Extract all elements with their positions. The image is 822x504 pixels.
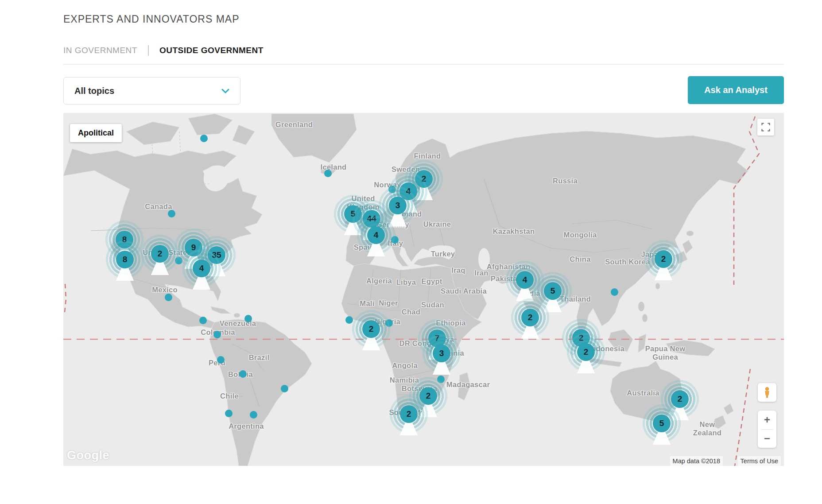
cluster-count: 4	[516, 271, 534, 289]
country-label: Chile	[220, 392, 239, 400]
country-label: Kazakhstan	[493, 227, 535, 236]
cluster-count: 2	[151, 245, 169, 263]
country-label: Brazil	[249, 353, 270, 362]
expert-dot-marker[interactable]	[244, 315, 252, 322]
cluster-marker[interactable]: 2	[509, 296, 551, 339]
cluster-marker[interactable]: 5	[640, 402, 683, 445]
expert-dot-marker[interactable]	[165, 294, 172, 301]
cluster-count: 2	[655, 250, 672, 268]
topic-dropdown[interactable]: All topics	[63, 77, 240, 105]
zoom-in-button[interactable]: +	[758, 411, 776, 429]
country-label: Turkey	[431, 250, 455, 258]
cluster-count: 4	[193, 260, 210, 277]
cluster-count: 4	[367, 226, 385, 244]
country-label: Iceland	[321, 163, 347, 171]
cluster-marker[interactable]: 2	[565, 331, 607, 373]
cluster-marker[interactable]: 2	[350, 308, 392, 350]
google-watermark: Google	[67, 449, 109, 462]
map-owner-badge: Apolitical	[70, 124, 122, 142]
map-canvas: GreenlandIcelandFinlandSwedenNorwayRussi…	[63, 113, 784, 466]
tab-in-government[interactable]: IN GOVERNMENT	[63, 46, 137, 55]
country-label: Australia	[627, 389, 659, 397]
country-label: Angola	[392, 361, 418, 370]
cluster-marker[interactable]: 3	[420, 332, 463, 375]
cluster-marker[interactable]: 4	[355, 214, 397, 256]
topic-dropdown-value: All topics	[74, 86, 114, 96]
cluster-count: 5	[653, 415, 671, 432]
expert-dot-marker[interactable]	[199, 317, 207, 324]
expert-dot-marker[interactable]	[250, 411, 257, 419]
cluster-marker[interactable]: 4	[180, 247, 223, 290]
country-label: Libya	[396, 278, 416, 287]
cluster-count: 3	[433, 345, 450, 362]
expert-dot-marker[interactable]	[213, 331, 221, 338]
zoom-out-button[interactable]: −	[758, 430, 776, 448]
fullscreen-icon	[761, 122, 771, 132]
country-label: Mali	[360, 299, 374, 308]
chevron-down-icon	[221, 89, 229, 93]
country-label: Saudi Arabia	[441, 287, 487, 295]
expert-dot-marker[interactable]	[168, 210, 175, 217]
tabs-underline	[63, 64, 784, 65]
country-label: Russia	[553, 177, 578, 185]
world-map[interactable]: GreenlandIcelandFinlandSwedenNorwayRussi…	[63, 113, 784, 466]
street-view-pegman-button[interactable]	[758, 383, 776, 402]
cluster-count: 8	[116, 251, 134, 268]
expert-dot-marker[interactable]	[225, 410, 233, 417]
country-label: Mongolia	[564, 231, 597, 239]
country-label: Papua New Guinea	[645, 345, 686, 361]
country-label: New Zealand	[693, 420, 721, 437]
tab-divider	[148, 45, 149, 56]
cluster-count: 2	[521, 309, 539, 326]
country-label: Canada	[145, 202, 172, 211]
expert-dot-marker[interactable]	[217, 356, 225, 364]
fullscreen-button[interactable]	[757, 119, 774, 136]
zoom-control: + −	[758, 411, 776, 448]
terms-of-use-link[interactable]: Terms of Use	[738, 456, 781, 466]
tab-outside-government[interactable]: OUTSIDE GOVERNMENT	[159, 46, 264, 55]
country-label: Iraq	[451, 266, 465, 275]
expert-dot-marker[interactable]	[281, 385, 288, 392]
country-label: Greenland	[275, 120, 313, 129]
expert-dot-marker[interactable]	[239, 370, 247, 378]
country-label: Chad	[402, 308, 420, 316]
country-label: China	[570, 255, 590, 264]
country-label: Niger	[379, 299, 398, 307]
cluster-marker[interactable]: 2	[642, 238, 685, 280]
country-label: Ukraine	[423, 220, 451, 229]
country-label: Madagascar	[446, 380, 490, 389]
country-label: Algeria	[366, 277, 392, 285]
page-title: EXPERTS AND INNOVATORS MAP	[63, 13, 240, 25]
cluster-count: 2	[362, 320, 380, 338]
country-label: Sudan	[421, 301, 444, 309]
tab-bar: IN GOVERNMENT OUTSIDE GOVERNMENT	[63, 45, 264, 56]
cluster-marker[interactable]: 2	[388, 393, 430, 435]
country-label: Mexico	[152, 286, 178, 294]
cluster-count: 2	[577, 343, 595, 361]
country-label: Argentina	[229, 422, 264, 430]
ask-an-analyst-button[interactable]: Ask an Analyst	[688, 76, 784, 104]
pegman-icon	[762, 387, 772, 398]
country-label: Egypt	[421, 277, 442, 286]
map-data-attribution: Map data ©2018	[670, 456, 723, 466]
cluster-count: 2	[400, 405, 418, 423]
expert-dot-marker[interactable]	[200, 135, 208, 142]
expert-dot-marker[interactable]	[611, 288, 618, 296]
expert-dot-marker[interactable]	[324, 170, 332, 177]
